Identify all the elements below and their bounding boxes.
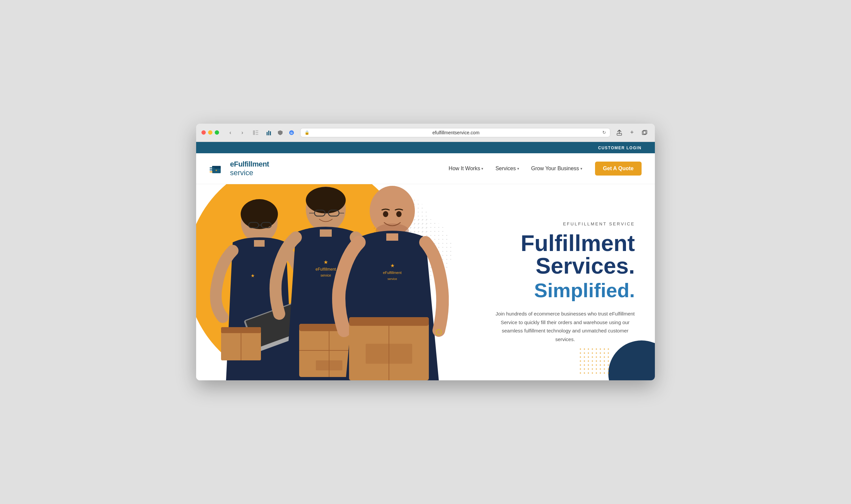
svg-text:★: ★: [251, 273, 255, 278]
website-content: CUSTOMER LOGIN ★: [196, 142, 655, 381]
svg-text:service: service: [321, 274, 331, 277]
browser-sidebar-icon-wrap: [251, 128, 260, 137]
hero-content: EFULFILLMENT SERVICE Fulfillment Service…: [495, 221, 635, 343]
chevron-down-icon-1: ▾: [481, 166, 483, 171]
close-button[interactable]: [201, 130, 206, 134]
browser-titlebar: ‹ ›: [196, 124, 655, 142]
nav-label-grow-business: Grow Your Business: [531, 165, 579, 172]
svg-point-50: [396, 211, 402, 217]
svg-point-32: [306, 187, 346, 213]
back-button[interactable]: ‹: [226, 128, 235, 137]
browser-controls: ‹ ›: [226, 128, 247, 137]
nav-item-services[interactable]: Services ▾: [491, 163, 524, 174]
svg-rect-23: [254, 240, 265, 247]
hero-description: Join hundreds of ecommerce businesses wh…: [495, 309, 635, 343]
get-a-quote-button[interactable]: Get A Quote: [595, 162, 641, 176]
hero-people-svg: ★: [196, 184, 449, 380]
plus-icon: +: [630, 129, 634, 136]
hero-title-line1: Fulfillment: [521, 230, 635, 256]
svg-rect-2: [256, 132, 258, 133]
customer-login-link[interactable]: CUSTOMER LOGIN: [598, 146, 641, 150]
nav-label-how-it-works: How It Works: [449, 165, 481, 172]
svg-rect-0: [253, 130, 255, 135]
nav-item-grow-business[interactable]: Grow Your Business ▾: [527, 163, 587, 174]
extension-icon-1[interactable]: [264, 128, 274, 137]
browser-window: ‹ ›: [196, 124, 655, 381]
forward-button[interactable]: ›: [238, 128, 247, 137]
svg-rect-1: [256, 130, 258, 131]
svg-rect-4: [267, 132, 268, 135]
address-bar[interactable]: 🔒 efulfillmentservice.com ↻: [300, 128, 610, 137]
chevron-down-icon-3: ▾: [580, 166, 582, 171]
hero-title-line2: Services.: [536, 253, 635, 278]
bar-chart-icon: [266, 130, 272, 135]
maximize-button[interactable]: [215, 130, 219, 134]
svg-text:eFulfillment: eFulfillment: [315, 267, 336, 272]
new-tab-button[interactable]: +: [627, 128, 637, 138]
main-navigation: ★ eFulfillment service How It Works ▾ Se…: [196, 153, 655, 184]
share-button[interactable]: [614, 128, 624, 138]
shield-icon: [277, 130, 283, 135]
sidebar-icon: [253, 130, 258, 135]
logo-icon: ★: [210, 161, 227, 176]
nav-item-how-it-works[interactable]: How It Works ▾: [444, 163, 488, 174]
svg-rect-51: [386, 233, 398, 241]
svg-rect-38: [320, 229, 332, 237]
svg-rect-5: [268, 131, 269, 135]
logo-svg: ★: [210, 161, 227, 176]
svg-rect-3: [256, 134, 258, 135]
extension-icon-2[interactable]: [276, 128, 285, 137]
hero-dark-circle: [608, 340, 655, 380]
extension-icons: G: [264, 128, 296, 137]
svg-rect-46: [316, 360, 342, 370]
svg-text:★: ★: [215, 169, 217, 172]
hero-section: ★: [196, 184, 655, 380]
reload-icon[interactable]: ↻: [602, 130, 606, 135]
share-icon: [617, 130, 622, 136]
traffic-lights: [201, 130, 219, 134]
svg-point-19: [241, 199, 278, 229]
minimize-button[interactable]: [208, 130, 213, 134]
svg-point-49: [383, 211, 388, 217]
extension-icon-3[interactable]: G: [287, 128, 296, 137]
url-display: efulfillmentservice.com: [312, 130, 600, 135]
hero-eyebrow: EFULFILLMENT SERVICE: [495, 221, 635, 227]
sidebar-toggle-button[interactable]: [251, 128, 260, 137]
nav-links: How It Works ▾ Services ▾ Grow Your Busi…: [444, 162, 641, 176]
logo[interactable]: ★ eFulfillment service: [210, 160, 269, 178]
hero-gold-dots: [578, 347, 612, 374]
logo-text-bottom: service: [230, 168, 269, 177]
svg-text:service: service: [387, 277, 397, 281]
nav-label-services: Services: [495, 165, 515, 172]
svg-rect-6: [270, 131, 271, 135]
svg-text:★: ★: [390, 263, 395, 268]
tabs-icon: [642, 130, 647, 135]
tabs-button[interactable]: [639, 128, 650, 138]
hero-title: Fulfillment Services.: [495, 232, 635, 277]
logo-text: eFulfillment service: [230, 160, 269, 178]
forward-icon: ›: [241, 130, 243, 136]
hero-image: ★: [196, 184, 449, 380]
chevron-down-icon-2: ▾: [517, 166, 519, 171]
hero-subtitle: Simplified.: [495, 280, 635, 302]
circle-g-icon: G: [289, 130, 294, 135]
svg-rect-58: [366, 344, 412, 364]
svg-text:eFulfillment: eFulfillment: [383, 271, 402, 275]
svg-text:★: ★: [323, 259, 328, 265]
back-icon: ‹: [229, 130, 231, 136]
svg-text:G: G: [290, 131, 292, 134]
browser-action-buttons: +: [614, 128, 650, 138]
top-bar: CUSTOMER LOGIN: [196, 142, 655, 153]
lock-icon: 🔒: [305, 130, 309, 135]
logo-text-top: eFulfillment: [230, 160, 269, 168]
